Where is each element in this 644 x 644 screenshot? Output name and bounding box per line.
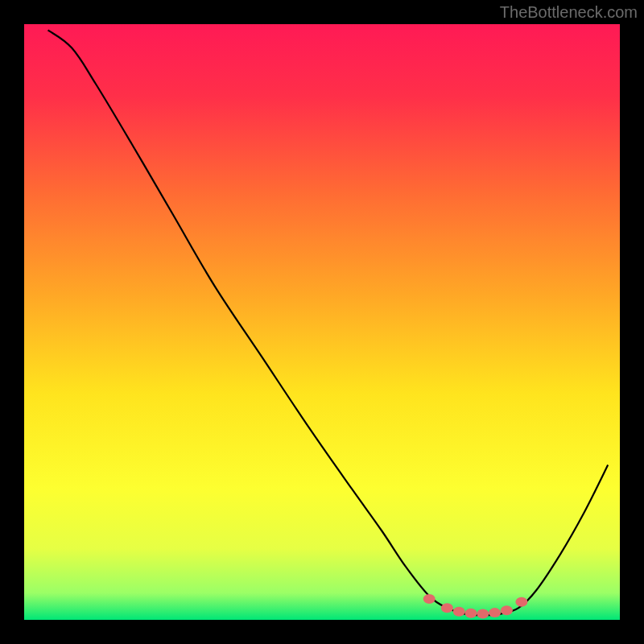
watermark-text: TheBottleneck.com: [500, 3, 638, 22]
chart-marker: [465, 609, 477, 618]
chart-marker: [515, 597, 527, 607]
chart-marker: [423, 594, 436, 604]
chart-plot-area: [24, 24, 620, 620]
chart-marker: [453, 607, 465, 617]
chart-marker: [489, 608, 501, 617]
chart-marker: [477, 609, 489, 619]
chart-marker: [501, 605, 513, 615]
chart-marker: [441, 603, 453, 613]
chart-markers: [24, 24, 620, 620]
